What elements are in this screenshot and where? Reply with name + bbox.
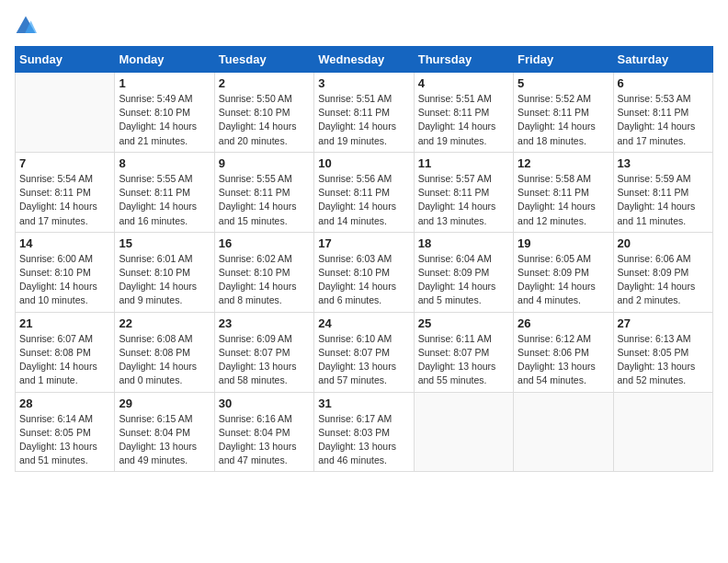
logo-icon	[15, 15, 37, 37]
day-cell: 8Sunrise: 5:55 AM Sunset: 8:11 PM Daylig…	[115, 152, 214, 232]
day-cell: 29Sunrise: 6:15 AM Sunset: 8:04 PM Dayli…	[115, 392, 214, 472]
day-cell: 19Sunrise: 6:05 AM Sunset: 8:09 PM Dayli…	[514, 232, 613, 312]
day-header-thursday: Thursday	[414, 47, 513, 73]
day-cell: 9Sunrise: 5:55 AM Sunset: 8:11 PM Daylig…	[214, 152, 313, 232]
day-cell: 13Sunrise: 5:59 AM Sunset: 8:11 PM Dayli…	[613, 152, 712, 232]
day-info: Sunrise: 6:17 AM Sunset: 8:03 PM Dayligh…	[318, 412, 409, 468]
day-number: 24	[318, 316, 409, 330]
day-cell: 26Sunrise: 6:12 AM Sunset: 8:06 PM Dayli…	[514, 312, 613, 392]
day-cell	[613, 392, 712, 472]
day-cell: 27Sunrise: 6:13 AM Sunset: 8:05 PM Dayli…	[613, 312, 712, 392]
day-number: 10	[318, 156, 409, 170]
day-cell: 5Sunrise: 5:52 AM Sunset: 8:11 PM Daylig…	[514, 73, 613, 153]
day-number: 28	[19, 396, 110, 410]
logo	[15, 15, 40, 37]
day-number: 19	[518, 236, 609, 250]
day-number: 13	[618, 156, 709, 170]
day-cell: 10Sunrise: 5:56 AM Sunset: 8:11 PM Dayli…	[314, 152, 414, 232]
day-info: Sunrise: 6:00 AM Sunset: 8:10 PM Dayligh…	[19, 252, 110, 308]
day-cell	[514, 392, 613, 472]
day-info: Sunrise: 6:03 AM Sunset: 8:10 PM Dayligh…	[318, 252, 409, 308]
day-info: Sunrise: 6:05 AM Sunset: 8:09 PM Dayligh…	[518, 252, 609, 308]
day-info: Sunrise: 6:08 AM Sunset: 8:08 PM Dayligh…	[119, 332, 210, 388]
day-header-friday: Friday	[514, 47, 613, 73]
day-cell: 20Sunrise: 6:06 AM Sunset: 8:09 PM Dayli…	[613, 232, 712, 312]
day-number: 31	[318, 396, 409, 410]
day-number: 7	[19, 156, 110, 170]
day-cell: 4Sunrise: 5:51 AM Sunset: 8:11 PM Daylig…	[414, 73, 513, 153]
day-info: Sunrise: 5:54 AM Sunset: 8:11 PM Dayligh…	[19, 172, 110, 228]
day-info: Sunrise: 6:01 AM Sunset: 8:10 PM Dayligh…	[119, 252, 210, 308]
day-number: 22	[119, 316, 210, 330]
week-row-1: 1Sunrise: 5:49 AM Sunset: 8:10 PM Daylig…	[16, 73, 713, 153]
day-cell: 17Sunrise: 6:03 AM Sunset: 8:10 PM Dayli…	[314, 232, 414, 312]
day-number: 4	[418, 76, 509, 90]
day-number: 5	[518, 76, 609, 90]
day-number: 11	[418, 156, 509, 170]
day-cell: 3Sunrise: 5:51 AM Sunset: 8:11 PM Daylig…	[314, 73, 414, 153]
day-cell: 6Sunrise: 5:53 AM Sunset: 8:11 PM Daylig…	[613, 73, 712, 153]
day-cell: 1Sunrise: 5:49 AM Sunset: 8:10 PM Daylig…	[115, 73, 214, 153]
day-info: Sunrise: 6:13 AM Sunset: 8:05 PM Dayligh…	[618, 332, 709, 388]
day-info: Sunrise: 5:59 AM Sunset: 8:11 PM Dayligh…	[618, 172, 709, 228]
day-info: Sunrise: 6:04 AM Sunset: 8:09 PM Dayligh…	[418, 252, 509, 308]
day-number: 18	[418, 236, 509, 250]
day-cell: 22Sunrise: 6:08 AM Sunset: 8:08 PM Dayli…	[115, 312, 214, 392]
day-info: Sunrise: 5:55 AM Sunset: 8:11 PM Dayligh…	[219, 172, 310, 228]
day-info: Sunrise: 5:57 AM Sunset: 8:11 PM Dayligh…	[418, 172, 509, 228]
day-number: 2	[219, 76, 310, 90]
day-cell: 23Sunrise: 6:09 AM Sunset: 8:07 PM Dayli…	[214, 312, 313, 392]
day-number: 30	[219, 396, 310, 410]
day-cell: 21Sunrise: 6:07 AM Sunset: 8:08 PM Dayli…	[16, 312, 115, 392]
day-cell: 11Sunrise: 5:57 AM Sunset: 8:11 PM Dayli…	[414, 152, 513, 232]
day-cell: 7Sunrise: 5:54 AM Sunset: 8:11 PM Daylig…	[16, 152, 115, 232]
day-info: Sunrise: 5:51 AM Sunset: 8:11 PM Dayligh…	[418, 92, 509, 148]
week-row-2: 7Sunrise: 5:54 AM Sunset: 8:11 PM Daylig…	[16, 152, 713, 232]
day-info: Sunrise: 5:53 AM Sunset: 8:11 PM Dayligh…	[618, 92, 709, 148]
day-number: 27	[618, 316, 709, 330]
day-number: 20	[618, 236, 709, 250]
day-info: Sunrise: 5:49 AM Sunset: 8:10 PM Dayligh…	[119, 92, 210, 148]
day-info: Sunrise: 6:16 AM Sunset: 8:04 PM Dayligh…	[219, 412, 310, 468]
day-info: Sunrise: 5:56 AM Sunset: 8:11 PM Dayligh…	[318, 172, 409, 228]
day-number: 26	[518, 316, 609, 330]
day-cell: 16Sunrise: 6:02 AM Sunset: 8:10 PM Dayli…	[214, 232, 313, 312]
day-cell	[414, 392, 513, 472]
day-header-tuesday: Tuesday	[214, 47, 313, 73]
week-row-4: 21Sunrise: 6:07 AM Sunset: 8:08 PM Dayli…	[16, 312, 713, 392]
day-info: Sunrise: 5:50 AM Sunset: 8:10 PM Dayligh…	[219, 92, 310, 148]
day-info: Sunrise: 6:10 AM Sunset: 8:07 PM Dayligh…	[318, 332, 409, 388]
day-cell: 15Sunrise: 6:01 AM Sunset: 8:10 PM Dayli…	[115, 232, 214, 312]
day-info: Sunrise: 6:12 AM Sunset: 8:06 PM Dayligh…	[518, 332, 609, 388]
day-cell: 12Sunrise: 5:58 AM Sunset: 8:11 PM Dayli…	[514, 152, 613, 232]
day-info: Sunrise: 6:02 AM Sunset: 8:10 PM Dayligh…	[219, 252, 310, 308]
day-cell	[16, 73, 115, 153]
day-number: 23	[219, 316, 310, 330]
day-header-sunday: Sunday	[16, 47, 115, 73]
day-number: 15	[119, 236, 210, 250]
day-info: Sunrise: 5:52 AM Sunset: 8:11 PM Dayligh…	[518, 92, 609, 148]
day-info: Sunrise: 5:58 AM Sunset: 8:11 PM Dayligh…	[518, 172, 609, 228]
day-header-monday: Monday	[115, 47, 214, 73]
day-info: Sunrise: 6:06 AM Sunset: 8:09 PM Dayligh…	[618, 252, 709, 308]
day-cell: 14Sunrise: 6:00 AM Sunset: 8:10 PM Dayli…	[16, 232, 115, 312]
day-cell: 2Sunrise: 5:50 AM Sunset: 8:10 PM Daylig…	[214, 73, 313, 153]
day-number: 12	[518, 156, 609, 170]
day-number: 25	[418, 316, 509, 330]
day-cell: 28Sunrise: 6:14 AM Sunset: 8:05 PM Dayli…	[16, 392, 115, 472]
day-number: 16	[219, 236, 310, 250]
day-info: Sunrise: 6:11 AM Sunset: 8:07 PM Dayligh…	[418, 332, 509, 388]
day-number: 29	[119, 396, 210, 410]
day-header-saturday: Saturday	[613, 47, 712, 73]
day-cell: 24Sunrise: 6:10 AM Sunset: 8:07 PM Dayli…	[314, 312, 414, 392]
day-cell: 18Sunrise: 6:04 AM Sunset: 8:09 PM Dayli…	[414, 232, 513, 312]
day-info: Sunrise: 6:09 AM Sunset: 8:07 PM Dayligh…	[219, 332, 310, 388]
day-number: 1	[119, 76, 210, 90]
day-header-wednesday: Wednesday	[314, 47, 414, 73]
day-number: 6	[618, 76, 709, 90]
day-info: Sunrise: 6:15 AM Sunset: 8:04 PM Dayligh…	[119, 412, 210, 468]
day-number: 14	[19, 236, 110, 250]
day-info: Sunrise: 5:55 AM Sunset: 8:11 PM Dayligh…	[119, 172, 210, 228]
day-number: 17	[318, 236, 409, 250]
day-cell: 25Sunrise: 6:11 AM Sunset: 8:07 PM Dayli…	[414, 312, 513, 392]
